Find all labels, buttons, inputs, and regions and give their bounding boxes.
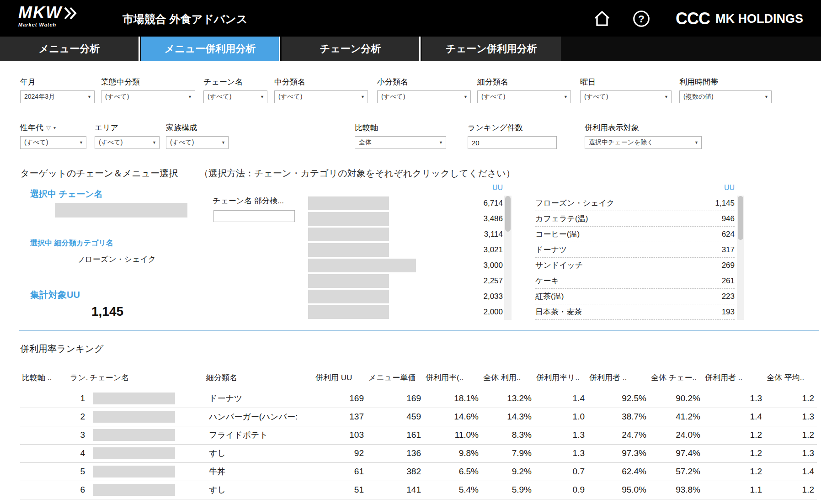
chain-name-cell — [88, 462, 204, 481]
detail-category-dropdown[interactable]: (すべて) ▼ — [477, 90, 571, 103]
chain-bar-row[interactable]: 2,257 — [308, 273, 503, 289]
chain-bar-row[interactable]: 2,033 — [308, 289, 503, 304]
comparison-axis-cell — [20, 444, 68, 462]
co-use-uu-cell: 169 — [314, 389, 367, 408]
chevron-down-icon: ▼ — [260, 95, 264, 99]
category-list-item[interactable]: ケーキ 261 — [535, 273, 735, 289]
scrollbar-thumb[interactable] — [505, 196, 511, 232]
filter-mid-category: 中分類名 (すべて) ▼ — [274, 77, 368, 103]
table-row[interactable]: 1 ドーナツ 169 169 18.1% 13.2% 1.4 92.5% 90.… — [20, 389, 817, 408]
chevron-down-icon: ▼ — [361, 95, 365, 99]
category-uu-value: 946 — [722, 214, 735, 223]
small-category-dropdown[interactable]: (すべて) ▼ — [377, 90, 471, 103]
tab-menu-co-use-analysis[interactable]: メニュー併利用分析 — [141, 37, 280, 61]
chevron-down-icon: ▼ — [439, 140, 443, 145]
ccc-mk-holdings-logo: CCC MK HOLDINGS — [676, 9, 803, 28]
table-row[interactable]: 3 フライドポテト 103 161 11.0% 8.3% 1.3 24.7% 2… — [20, 426, 817, 444]
area-dropdown[interactable]: (すべて) ▼ — [95, 136, 160, 149]
chain-bar-row[interactable]: 3,114 — [308, 227, 503, 242]
home-button[interactable] — [592, 9, 612, 28]
redacted-chain-name — [93, 447, 175, 459]
chain-name-cell — [88, 389, 204, 408]
mkw-chevrons-icon — [64, 7, 80, 20]
detail-category-cell: ドーナツ — [204, 389, 314, 408]
chain-uu-value: 3,021 — [389, 245, 503, 255]
chain-bar-row[interactable]: 2,000 — [308, 304, 503, 320]
category-list-item[interactable]: 紅茶(温) 223 — [535, 289, 735, 304]
time-slot-dropdown[interactable]: (複数の値) ▼ — [679, 90, 772, 103]
filter-area: エリア (すべて) ▼ — [95, 122, 160, 149]
co-use-rate-lift-cell: 0.9 — [534, 481, 587, 499]
weekday-dropdown[interactable]: (すべて) ▼ — [580, 90, 672, 103]
filter-label: 曜日 — [580, 77, 672, 87]
redacted-chain-name — [93, 466, 175, 477]
co-user-cell: 24.7% — [587, 426, 649, 444]
chain-uu-value: 6,714 — [389, 199, 503, 208]
category-list-item[interactable]: カフェラテ(温) 946 — [535, 211, 735, 227]
business-mid-category-dropdown[interactable]: (すべて) ▼ — [101, 90, 195, 103]
co-use-uu-cell: 92 — [314, 444, 367, 462]
top-header-bar: MKW Market Watch 市場競合 外食アドバンス ? CCC MK — [0, 0, 821, 37]
co-use-uu-cell: 137 — [314, 408, 367, 426]
filter-time-slot: 利用時間帯 (複数の値) ▼ — [679, 77, 772, 103]
filter-label: 小分類名 — [377, 77, 471, 87]
tab-chain-co-use-analysis[interactable]: チェーン併利用分析 — [422, 37, 561, 61]
category-list-item[interactable]: 日本茶・麦茶 193 — [535, 304, 735, 320]
chain-bar-row[interactable]: 3,000 — [308, 258, 503, 273]
chain-bar-row[interactable]: 6,714 — [308, 196, 503, 211]
tab-chain-analysis[interactable]: チェーン分析 — [282, 37, 421, 61]
category-list-item[interactable]: サンドイッチ 269 — [535, 258, 735, 273]
tab-menu-analysis[interactable]: メニュー分析 — [0, 37, 140, 61]
category-name: 日本茶・麦茶 — [535, 307, 722, 317]
chain-bar-row[interactable]: 3,021 — [308, 242, 503, 258]
rank-cell: 3 — [68, 426, 88, 444]
total-average-cell: 1.2 — [765, 389, 817, 408]
mid-category-dropdown[interactable]: (すべて) ▼ — [274, 90, 368, 103]
rank-cell: 4 — [68, 444, 88, 462]
menu-price-cell: 161 — [367, 426, 424, 444]
category-list-scrollbar[interactable] — [737, 196, 744, 320]
table-row[interactable]: 4 すし 92 136 9.8% 7.9% 1.3 97.3% 97.4% 1.… — [20, 444, 817, 462]
co-use-rate-cell: 5.4% — [424, 481, 481, 499]
mkw-logo-subtitle: Market Watch — [18, 22, 80, 27]
filter-label: 家族構成 — [166, 122, 229, 133]
chain-search-input[interactable] — [213, 210, 295, 222]
help-icon: ? — [632, 9, 651, 28]
category-list-item[interactable]: コーヒー(温) 624 — [535, 227, 735, 242]
filter-gender-age: 性年代 ▽ ▾ (すべて) ▼ — [20, 122, 86, 149]
chain-uu-value: 3,114 — [389, 230, 503, 239]
ranking-table: 比較軸 .. ラン.. チェーン名 細分類名 併利用 UU メニュー単価 併利用… — [20, 368, 817, 499]
year-month-dropdown[interactable]: 2024年3月 ▼ — [20, 90, 95, 103]
category-list-item[interactable]: ドーナツ 317 — [535, 242, 735, 258]
scrollbar-thumb[interactable] — [738, 196, 743, 240]
total-chain-cell: 41.2% — [649, 408, 703, 426]
funnel-filter-icon[interactable]: ▽ — [46, 124, 51, 131]
filter-label: 中分類名 — [274, 77, 368, 87]
table-row[interactable]: 5 牛丼 61 382 6.5% 9.2% 0.7 62.4% 57.2% 1.… — [20, 462, 817, 481]
co-use-target-dropdown[interactable]: 選択中チェーンを除く ▼ — [585, 136, 702, 149]
chain-chart-scrollbar[interactable] — [504, 196, 512, 320]
selected-category-value: フローズン・シェイク — [77, 254, 156, 265]
table-row[interactable]: 2 ハンバーガー(ハンバー: 137 459 14.6% 14.3% 1.0 3… — [20, 408, 817, 426]
category-list-item[interactable]: フローズン・シェイク 1,145 — [535, 196, 735, 211]
comparison-axis-cell — [20, 462, 68, 481]
co-use-rate-cell: 11.0% — [424, 426, 481, 444]
co-use-rate-lift-cell: 1.4 — [534, 389, 587, 408]
chevron-down-icon: ▼ — [79, 140, 83, 145]
family-dropdown[interactable]: (すべて) ▼ — [166, 136, 229, 149]
caret-down-icon[interactable]: ▾ — [53, 125, 56, 130]
ranking-count-input[interactable] — [468, 136, 557, 149]
comparison-axis-cell — [20, 389, 68, 408]
redacted-chain-name — [308, 305, 389, 319]
chain-name-cell — [88, 426, 204, 444]
chain-uu-value: 2,257 — [389, 276, 503, 286]
category-uu-value: 223 — [722, 292, 735, 301]
redacted-chain-name — [308, 228, 389, 241]
comparison-axis-dropdown[interactable]: 全体 ▼ — [355, 136, 446, 149]
chain-name-dropdown[interactable]: (すべて) ▼ — [203, 90, 267, 103]
category-name: フローズン・シェイク — [535, 198, 715, 208]
help-button[interactable]: ? — [632, 9, 651, 28]
chain-bar-row[interactable]: 3,486 — [308, 211, 503, 227]
table-row[interactable]: 6 すし 51 141 5.4% 5.9% 0.9 95.0% 93.8% 1.… — [20, 481, 817, 499]
gender-age-dropdown[interactable]: (すべて) ▼ — [20, 136, 86, 149]
